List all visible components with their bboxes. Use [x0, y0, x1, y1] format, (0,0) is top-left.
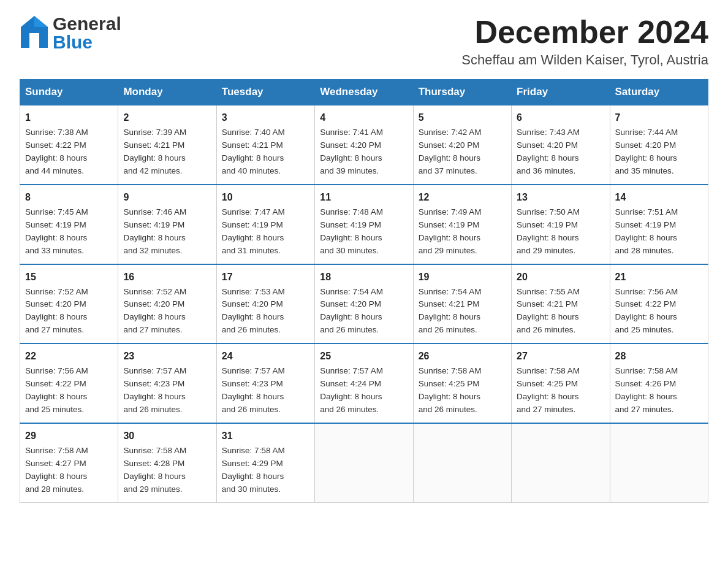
calendar-cell: 26Sunrise: 7:58 AMSunset: 4:25 PMDayligh…	[413, 343, 511, 423]
calendar-cell: 5Sunrise: 7:42 AMSunset: 4:20 PMDaylight…	[413, 105, 511, 185]
calendar-cell: 17Sunrise: 7:53 AMSunset: 4:20 PMDayligh…	[216, 264, 314, 344]
calendar-cell: 23Sunrise: 7:57 AMSunset: 4:23 PMDayligh…	[118, 343, 216, 423]
calendar-cell: 6Sunrise: 7:43 AMSunset: 4:20 PMDaylight…	[512, 105, 610, 185]
day-info: Sunrise: 7:57 AMSunset: 4:23 PMDaylight:…	[123, 365, 211, 416]
day-number: 16	[123, 270, 211, 285]
day-info: Sunrise: 7:54 AMSunset: 4:20 PMDaylight:…	[320, 286, 408, 337]
calendar-week-row: 1Sunrise: 7:38 AMSunset: 4:22 PMDaylight…	[20, 105, 708, 185]
day-info: Sunrise: 7:50 AMSunset: 4:19 PMDaylight:…	[517, 206, 604, 258]
weekday-header-sunday: Sunday	[20, 80, 118, 105]
day-number: 7	[615, 110, 703, 125]
svg-rect-2	[29, 33, 39, 48]
day-number: 25	[320, 349, 408, 364]
day-number: 3	[222, 110, 309, 125]
calendar-cell: 9Sunrise: 7:46 AMSunset: 4:19 PMDaylight…	[118, 185, 216, 264]
day-info: Sunrise: 7:52 AMSunset: 4:20 PMDaylight:…	[123, 286, 211, 337]
weekday-header-friday: Friday	[512, 80, 610, 105]
logo: General Blue	[20, 15, 121, 52]
day-number: 31	[222, 429, 309, 443]
day-info: Sunrise: 7:57 AMSunset: 4:23 PMDaylight:…	[222, 365, 309, 416]
calendar-cell	[610, 423, 708, 502]
calendar-cell	[512, 423, 610, 502]
weekday-header-tuesday: Tuesday	[216, 80, 314, 105]
logo-general-text: General	[53, 15, 121, 33]
day-info: Sunrise: 7:58 AMSunset: 4:25 PMDaylight:…	[419, 365, 506, 416]
day-info: Sunrise: 7:46 AMSunset: 4:19 PMDaylight:…	[123, 206, 211, 258]
day-info: Sunrise: 7:58 AMSunset: 4:29 PMDaylight:…	[222, 445, 309, 496]
day-number: 19	[419, 270, 506, 285]
calendar-week-row: 15Sunrise: 7:52 AMSunset: 4:20 PMDayligh…	[20, 264, 708, 344]
calendar-cell: 11Sunrise: 7:48 AMSunset: 4:19 PMDayligh…	[315, 185, 413, 264]
logo-blue-text: Blue	[53, 33, 121, 52]
day-number: 29	[25, 429, 113, 443]
day-info: Sunrise: 7:42 AMSunset: 4:20 PMDaylight:…	[419, 126, 506, 178]
calendar-cell: 8Sunrise: 7:45 AMSunset: 4:19 PMDaylight…	[20, 185, 118, 264]
day-number: 28	[615, 349, 703, 364]
calendar-cell: 15Sunrise: 7:52 AMSunset: 4:20 PMDayligh…	[20, 264, 118, 344]
day-info: Sunrise: 7:51 AMSunset: 4:19 PMDaylight:…	[615, 206, 703, 258]
day-number: 26	[419, 349, 506, 364]
day-number: 22	[25, 349, 113, 364]
weekday-header-row: SundayMondayTuesdayWednesdayThursdayFrid…	[20, 80, 708, 105]
day-info: Sunrise: 7:45 AMSunset: 4:19 PMDaylight:…	[25, 206, 113, 258]
day-number: 14	[615, 190, 703, 205]
calendar-cell: 14Sunrise: 7:51 AMSunset: 4:19 PMDayligh…	[610, 185, 708, 264]
title-area: December 2024 Scheffau am Wilden Kaiser,…	[461, 15, 708, 68]
day-info: Sunrise: 7:39 AMSunset: 4:21 PMDaylight:…	[123, 126, 211, 178]
calendar-table: SundayMondayTuesdayWednesdayThursdayFrid…	[20, 79, 708, 502]
calendar-cell: 25Sunrise: 7:57 AMSunset: 4:24 PMDayligh…	[315, 343, 413, 423]
day-info: Sunrise: 7:58 AMSunset: 4:28 PMDaylight:…	[123, 445, 211, 496]
calendar-cell: 21Sunrise: 7:56 AMSunset: 4:22 PMDayligh…	[610, 264, 708, 344]
day-number: 21	[615, 270, 703, 285]
day-info: Sunrise: 7:47 AMSunset: 4:19 PMDaylight:…	[222, 206, 309, 258]
day-info: Sunrise: 7:56 AMSunset: 4:22 PMDaylight:…	[25, 365, 113, 416]
day-info: Sunrise: 7:48 AMSunset: 4:19 PMDaylight:…	[320, 206, 408, 258]
calendar-cell: 31Sunrise: 7:58 AMSunset: 4:29 PMDayligh…	[216, 423, 314, 502]
calendar-cell: 22Sunrise: 7:56 AMSunset: 4:22 PMDayligh…	[20, 343, 118, 423]
day-number: 5	[419, 110, 506, 125]
day-number: 15	[25, 270, 113, 285]
page-header: General Blue December 2024 Scheffau am W…	[20, 15, 708, 68]
calendar-week-row: 29Sunrise: 7:58 AMSunset: 4:27 PMDayligh…	[20, 423, 708, 502]
day-number: 6	[517, 110, 604, 125]
location-title: Scheffau am Wilden Kaiser, Tyrol, Austri…	[461, 52, 708, 68]
day-info: Sunrise: 7:58 AMSunset: 4:27 PMDaylight:…	[25, 445, 113, 496]
day-number: 11	[320, 190, 408, 205]
weekday-header-thursday: Thursday	[413, 80, 511, 105]
day-number: 17	[222, 270, 309, 285]
day-info: Sunrise: 7:52 AMSunset: 4:20 PMDaylight:…	[25, 286, 113, 337]
day-number: 18	[320, 270, 408, 285]
calendar-cell: 28Sunrise: 7:58 AMSunset: 4:26 PMDayligh…	[610, 343, 708, 423]
calendar-cell: 20Sunrise: 7:55 AMSunset: 4:21 PMDayligh…	[512, 264, 610, 344]
calendar-cell: 2Sunrise: 7:39 AMSunset: 4:21 PMDaylight…	[118, 105, 216, 185]
calendar-cell: 27Sunrise: 7:58 AMSunset: 4:25 PMDayligh…	[512, 343, 610, 423]
day-info: Sunrise: 7:43 AMSunset: 4:20 PMDaylight:…	[517, 126, 604, 178]
calendar-cell	[413, 423, 511, 502]
day-number: 2	[123, 110, 211, 125]
day-info: Sunrise: 7:56 AMSunset: 4:22 PMDaylight:…	[615, 286, 703, 337]
day-info: Sunrise: 7:54 AMSunset: 4:21 PMDaylight:…	[419, 286, 506, 337]
calendar-week-row: 22Sunrise: 7:56 AMSunset: 4:22 PMDayligh…	[20, 343, 708, 423]
calendar-cell: 10Sunrise: 7:47 AMSunset: 4:19 PMDayligh…	[216, 185, 314, 264]
month-title: December 2024	[461, 15, 708, 50]
day-info: Sunrise: 7:44 AMSunset: 4:20 PMDaylight:…	[615, 126, 703, 178]
day-number: 8	[25, 190, 113, 205]
calendar-cell: 19Sunrise: 7:54 AMSunset: 4:21 PMDayligh…	[413, 264, 511, 344]
day-info: Sunrise: 7:58 AMSunset: 4:25 PMDaylight:…	[517, 365, 604, 416]
day-info: Sunrise: 7:58 AMSunset: 4:26 PMDaylight:…	[615, 365, 703, 416]
calendar-cell: 13Sunrise: 7:50 AMSunset: 4:19 PMDayligh…	[512, 185, 610, 264]
day-info: Sunrise: 7:57 AMSunset: 4:24 PMDaylight:…	[320, 365, 408, 416]
day-number: 20	[517, 270, 604, 285]
weekday-header-saturday: Saturday	[610, 80, 708, 105]
day-info: Sunrise: 7:41 AMSunset: 4:20 PMDaylight:…	[320, 126, 408, 178]
calendar-cell: 7Sunrise: 7:44 AMSunset: 4:20 PMDaylight…	[610, 105, 708, 185]
calendar-cell: 30Sunrise: 7:58 AMSunset: 4:28 PMDayligh…	[118, 423, 216, 502]
day-number: 24	[222, 349, 309, 364]
calendar-cell: 24Sunrise: 7:57 AMSunset: 4:23 PMDayligh…	[216, 343, 314, 423]
calendar-cell: 18Sunrise: 7:54 AMSunset: 4:20 PMDayligh…	[315, 264, 413, 344]
day-number: 4	[320, 110, 408, 125]
day-info: Sunrise: 7:49 AMSunset: 4:19 PMDaylight:…	[419, 206, 506, 258]
calendar-cell: 16Sunrise: 7:52 AMSunset: 4:20 PMDayligh…	[118, 264, 216, 344]
calendar-cell: 29Sunrise: 7:58 AMSunset: 4:27 PMDayligh…	[20, 423, 118, 502]
day-info: Sunrise: 7:55 AMSunset: 4:21 PMDaylight:…	[517, 286, 604, 337]
